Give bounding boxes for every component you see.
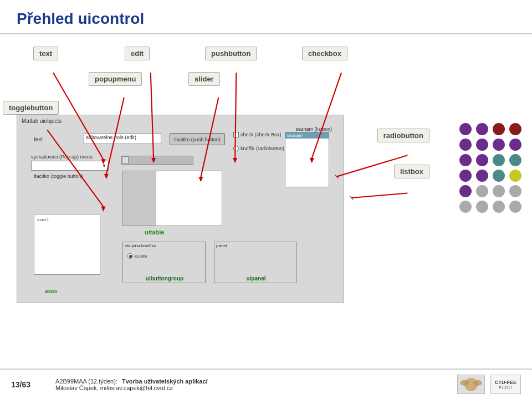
uitable-col2 [156,171,222,226]
dot [476,170,488,182]
dots-row [452,154,529,166]
radio-circle [233,146,239,151]
page-title: Přehled uicontrol [17,10,515,28]
popup-arrow: ▼ [102,163,106,168]
dot [493,170,505,182]
dots-row [452,170,529,182]
uitable-green-label: uitable [145,229,164,236]
mockup-popup: vyskakovaci (Pop-up) menu ▼ [31,154,109,171]
togglebutton-label: togglebutton [3,101,59,115]
mockup-slider[interactable] [121,156,193,165]
dots-row [452,139,529,151]
dot [476,139,488,151]
mockup-uitable [122,171,222,226]
dot [476,185,488,197]
uitable-col1 [123,171,156,226]
dots-row [452,201,529,213]
dot [459,170,472,182]
diagram-area: text edit pushbutton checkbox popupmenu … [0,34,449,361]
mockup-btngroup: skupina knofliku knoflík uibuttongroup [122,242,206,283]
svg-point-20 [473,380,482,386]
mockup-edit: editovatelne pole (edit) [84,133,161,144]
dot [459,154,472,166]
dot [493,154,505,166]
page-number: 13/63 [11,380,44,389]
mockup-pushbtn[interactable]: tlacitko (push button) [170,133,225,145]
mockup-radiobutton: knoflik (radiobutton) [233,146,284,151]
author-info: Miloslav Čapek, miloslav.capek@fel.cvut.… [55,385,208,391]
mockup-listbox[interactable]: seznam [285,132,329,187]
dot [509,154,521,166]
dots-row [452,185,529,197]
dot [509,185,521,197]
svg-line-16 [351,193,407,198]
footer-text: A2B99MAA (12.týden): Tvorba uživatelskýc… [55,378,208,391]
mockup-title: Matlab uiobjects [22,118,62,124]
main-content: text edit pushbutton checkbox popupmenu … [0,34,532,361]
text-label: text [33,47,58,60]
slider-label: slider [188,72,220,86]
btngroup-radio: knoflík [127,253,147,259]
checkbox-box [233,132,239,137]
dots-area [449,117,532,361]
listbox-title-inner: seznam (listbox) [295,126,332,132]
logo-animal [457,375,485,394]
footer-logos: CTU-FEE K13117 [457,375,521,394]
header: Přehled uicontrol [0,0,532,34]
radiobutton-label: radiobutton [377,129,429,142]
svg-marker-17 [350,196,353,200]
svg-point-19 [460,380,469,386]
ctu-logo: CTU-FEE K13117 [490,375,521,394]
dots-row [452,123,529,135]
dot [459,201,472,213]
dot [493,185,505,197]
edit-label: edit [125,47,150,60]
dot [493,201,505,213]
slider-thumb [122,156,129,164]
dot [493,123,505,135]
dot [476,201,488,213]
footer: 13/63 A2B99MAA (12.týden): Tvorba uživat… [0,369,532,399]
dot [476,123,488,135]
dot [509,201,521,213]
course-code: A2B99MAA (12.týden): [55,378,117,385]
matlab-mockup: Matlab uiobjects text editovatelne pole … [17,115,344,303]
axes-green-label: axes [45,288,57,294]
dot [459,139,472,151]
dot [509,139,521,151]
mockup-inner: Matlab uiobjects text editovatelne pole … [17,115,343,303]
mockup-toggle: tlacitko (toggle button) [34,173,83,179]
dot [476,154,488,166]
dot [509,123,521,135]
pushbutton-label: pushbutton [205,47,257,60]
mockup-panel: panel uipanel [214,242,297,283]
mockup-axes-box: axes1 [34,214,100,275]
dot [509,170,521,182]
dot [459,185,472,197]
dot [493,139,505,151]
dot [459,123,472,135]
listbox-label: listbox [394,165,429,178]
popup-box[interactable]: ▼ [31,161,109,171]
subject-name: Tvorba uživatelských aplikací [122,378,208,385]
checkbox-label: checkbox [302,47,347,60]
mockup-checkbox: check (check Box) [233,132,282,137]
mockup-text: text [34,136,43,142]
popupmenu-label: popupmenu [89,72,142,86]
